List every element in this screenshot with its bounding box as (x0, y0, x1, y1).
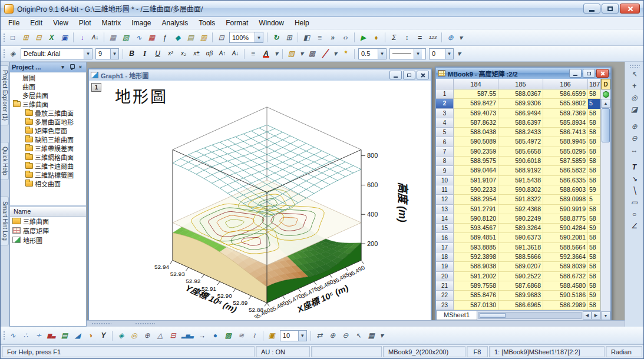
new-workbook-button[interactable]: ▦ (107, 32, 119, 44)
text-tool[interactable]: T (628, 161, 641, 172)
matrix-cell[interactable]: 586.6965 (498, 301, 543, 310)
matrix-cell-partial[interactable]: 58 (588, 89, 600, 99)
increase-font-button[interactable]: A↑ (216, 48, 229, 59)
sort-button[interactable]: ↕ (401, 32, 413, 44)
column-header-184[interactable]: 184 (454, 79, 498, 89)
tree-item[interactable]: 相交曲面 (10, 179, 86, 188)
new-3d-graph-button[interactable]: ◆ (171, 32, 184, 44)
matrix-cell[interactable]: 591.2791 (454, 205, 498, 214)
value-combo[interactable]: 10 ▾ (280, 330, 307, 341)
matrix-cell[interactable]: 590.6373 (498, 233, 543, 242)
vertical-scrollbar[interactable]: ▲ ▼ (601, 99, 610, 320)
row-header[interactable]: 5 (436, 128, 454, 137)
tree-item[interactable]: 矩陣色度面 (10, 126, 86, 135)
matrix-cell[interactable]: 590.8302 (498, 185, 543, 195)
matrix-row[interactable]: 21 589.7558 587.6868 588.4580 58 (436, 281, 600, 291)
chevron-down-icon[interactable]: ▾ (445, 49, 453, 59)
matrix-cell[interactable]: 589.7369 (543, 109, 588, 118)
rescale-button[interactable]: ⇄ (313, 330, 326, 341)
decrease-font-button[interactable]: A↓ (229, 48, 242, 59)
tree-item[interactable]: 缺陷三維曲面 (10, 135, 86, 144)
matrix-row[interactable]: 15 593.4567 589.3264 590.4284 59 (436, 224, 600, 233)
plot-contour-button[interactable]: ◎ (128, 330, 140, 341)
surface-3d-plot[interactable]: 800 600 400 200 52.94 52.93 52.92 52.91 … (96, 97, 426, 318)
plot-column-button[interactable]: ▆▃ (45, 330, 58, 341)
plot-box-button[interactable]: ⊟ (167, 330, 179, 341)
matrix-row[interactable]: 2 589.8427 589.9306 585.9802 5 (436, 99, 600, 108)
matrix-cell[interactable]: 588.9945 (543, 137, 588, 147)
row-header[interactable]: 10 (436, 176, 454, 185)
graph-close-button[interactable] (417, 71, 429, 79)
matrix-cell[interactable]: 586.2989 (543, 301, 588, 310)
matrix-row[interactable]: 14 590.8120 590.2249 588.8775 58 (436, 214, 600, 224)
menu-item[interactable]: Tools (193, 18, 220, 28)
command-window-button[interactable]: » (326, 32, 339, 44)
matrix-cell[interactable]: 588.9192 (498, 166, 543, 175)
subscript-button[interactable]: x₂ (177, 48, 190, 59)
menu-item[interactable]: Plot (74, 18, 97, 28)
matrix-row[interactable]: 6 590.5089 585.4972 588.9945 58 (436, 137, 600, 147)
matrix-cell[interactable]: 588.6732 (543, 272, 588, 281)
row-header[interactable]: 18 (436, 252, 454, 262)
plot-vector-button[interactable]: → (196, 330, 209, 341)
toolbar-options-button[interactable]: ▾ (378, 330, 385, 341)
chevron-down-icon[interactable]: ▾ (84, 49, 92, 59)
row-header[interactable]: 2 (436, 99, 454, 108)
row-header[interactable]: 23 (436, 301, 454, 310)
list-item[interactable]: 三維曲面 (10, 217, 86, 226)
row-header[interactable]: 4 (436, 118, 454, 128)
add-graph-button[interactable]: ⊕ (444, 32, 457, 44)
tree-item[interactable]: 三維曲面 (10, 99, 86, 108)
matrix-row[interactable]: 20 591.2002 590.2522 588.6732 58 (436, 272, 600, 281)
line-color-dropdown[interactable]: ▾ (332, 48, 339, 59)
row-header[interactable]: 15 (436, 224, 454, 233)
list-item[interactable]: 地形圖 (10, 235, 86, 245)
column-header-185[interactable]: 185 (498, 79, 543, 89)
circle-tool[interactable]: ○ (628, 208, 641, 220)
toolbar-grip[interactable] (135, 323, 155, 325)
matrix-cell[interactable]: 593.4567 (454, 224, 498, 233)
row-header[interactable]: 16 (436, 233, 454, 242)
matrix-cell[interactable]: 589.8039 (543, 262, 588, 271)
statistics-button[interactable]: Σ (388, 32, 400, 44)
plot-scatter-button[interactable]: ∴ (19, 330, 32, 341)
plot-double-y-button[interactable]: Y (97, 330, 110, 341)
matrix-cell[interactable]: 588.0438 (454, 128, 498, 137)
matrix-window-titlebar[interactable]: MBook9 - 高度矩陣 :2/2 (436, 68, 610, 79)
underline-button[interactable]: U (151, 48, 164, 59)
matrix-row[interactable]: 4 587.8632 588.6397 585.8934 58 (436, 118, 600, 128)
matrix-row[interactable]: 8 588.9575 590.6018 587.5859 58 (436, 157, 600, 166)
matrix-cell[interactable]: 589.0207 (498, 262, 543, 271)
new-function-button[interactable]: ƒ (158, 32, 171, 44)
matrix-cell[interactable]: 590.8120 (454, 214, 498, 224)
style-anchor-button[interactable]: ◈ (6, 48, 19, 59)
matrix-cell[interactable]: 586.7413 (543, 128, 588, 137)
project-explorer-button[interactable]: ◧ (300, 32, 313, 44)
matrix-cell[interactable]: 590.4284 (543, 224, 588, 233)
matrix-cell-partial[interactable]: 58 (588, 176, 600, 185)
matrix-cell[interactable]: 589.0464 (454, 166, 498, 175)
panel-menu-icon[interactable]: ▾ (59, 64, 67, 71)
plot-template-button[interactable]: ▣ (266, 330, 278, 341)
status-angular-unit[interactable]: Radian (606, 346, 642, 357)
matrix-cell[interactable]: 587.0130 (454, 301, 498, 310)
matrix-cell-partial[interactable]: 58 (588, 109, 600, 118)
matrix-cell[interactable]: 592.3898 (454, 252, 498, 262)
italic-button[interactable]: I (138, 48, 151, 59)
vertical-scrollbar-thumb[interactable] (602, 108, 610, 142)
row-header[interactable]: 14 (436, 214, 454, 224)
select-all-corner[interactable] (436, 79, 454, 89)
titlebar[interactable]: OriginPro 9.1 64-bit - G:\三維地形圖 * - /三維曲… (1, 1, 643, 17)
tree-item[interactable]: 三維網格曲面 (10, 152, 86, 161)
matrix-cell-partial[interactable]: 58 (588, 166, 600, 175)
row-header[interactable]: 19 (436, 262, 454, 271)
scroll-down-button[interactable]: ▼ (601, 311, 610, 320)
matrix-cell[interactable]: 589.3264 (498, 224, 543, 233)
tree-item[interactable]: 三維帶誤差面 (10, 144, 86, 152)
zoom-combo[interactable]: 100% ▾ (229, 32, 263, 43)
matrix-cell-partial[interactable]: 58 (588, 272, 600, 281)
matrix-cell[interactable]: 590.2522 (498, 272, 543, 281)
tree-item[interactable]: 曲面 (10, 82, 86, 91)
matrix-cell-partial[interactable]: 5 (588, 99, 600, 108)
list-item[interactable]: 高度矩陣 (10, 226, 86, 235)
